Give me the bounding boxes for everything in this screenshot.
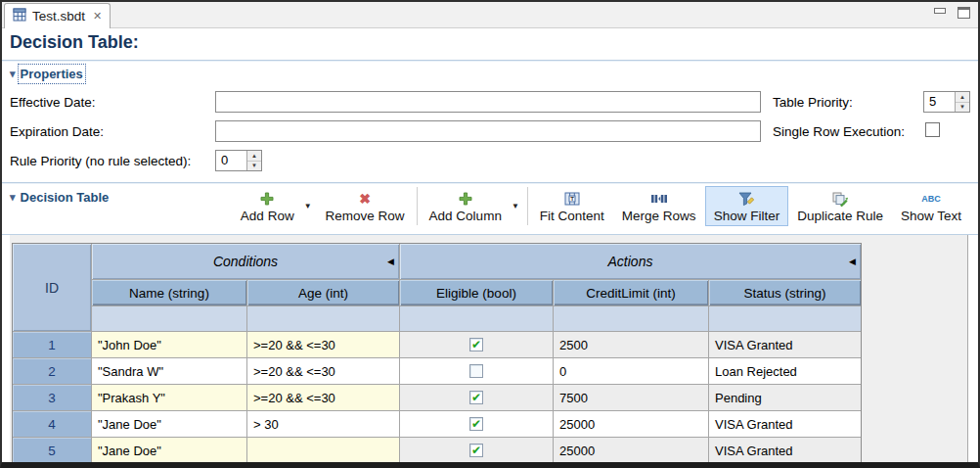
add-plus-icon: [260, 190, 274, 208]
cell-age[interactable]: >=20 && <=30: [247, 385, 399, 410]
column-header-creditlimit[interactable]: CreditLimit (int): [554, 280, 708, 305]
filter-cell[interactable]: [247, 306, 399, 331]
rule-priority-label: Rule Priority (no rule selected):: [10, 154, 191, 168]
fit-content-button[interactable]: T Fit Content: [531, 186, 613, 226]
show-text-button[interactable]: ABC Show Text: [892, 186, 970, 226]
effective-date-field[interactable]: [215, 91, 761, 113]
fit-content-label: Fit Content: [540, 209, 604, 223]
cell-status[interactable]: Pending: [709, 385, 861, 410]
eligible-checkbox[interactable]: [469, 364, 483, 378]
abc-text-icon: ABC: [921, 190, 941, 208]
cell-name[interactable]: "John Doe": [92, 332, 246, 357]
duplicate-rule-label: Duplicate Rule: [797, 209, 883, 223]
column-header-age[interactable]: Age (int): [247, 280, 399, 305]
cell-creditlimit[interactable]: 25000: [554, 411, 708, 437]
table-priority-spinner[interactable]: 5 ▲ ▼: [923, 91, 970, 113]
rule-priority-spinner[interactable]: 0 ▲ ▼: [215, 150, 262, 171]
close-icon[interactable]: ✕: [91, 10, 102, 23]
table-priority-value[interactable]: 5: [924, 92, 955, 112]
cell-name[interactable]: "Prakash Y": [92, 385, 246, 410]
twistie-icon[interactable]: ▾: [10, 68, 16, 80]
view-controls: [934, 7, 970, 19]
expiration-date-field[interactable]: [215, 120, 761, 142]
collapse-left-icon[interactable]: ◀: [849, 257, 856, 266]
cell-name[interactable]: "Jane Doe": [92, 438, 246, 462]
eligible-checkbox[interactable]: [469, 391, 483, 404]
cell-eligible: [400, 411, 553, 437]
chevron-down-icon[interactable]: ▼: [303, 202, 317, 211]
cell-age[interactable]: >=20 && <=30: [247, 358, 399, 384]
spinner-up-icon[interactable]: ▲: [247, 151, 261, 162]
show-filter-label: Show Filter: [714, 209, 780, 223]
editor-window: Test.sbdt ✕ Decision Table: ▾ Properties…: [0, 0, 980, 468]
cell-age[interactable]: > 30: [247, 411, 399, 437]
cell-name[interactable]: "Sandra W": [92, 358, 246, 384]
cell-status[interactable]: VISA Granted: [709, 411, 861, 437]
cell-status[interactable]: Loan Rejected: [709, 358, 861, 384]
filter-cell[interactable]: [709, 306, 861, 331]
eligible-checkbox[interactable]: [469, 444, 483, 457]
add-column-button[interactable]: Add Column: [421, 186, 511, 226]
eligible-checkbox[interactable]: [469, 417, 483, 431]
conditions-group-header[interactable]: Conditions ◀: [92, 244, 399, 279]
actions-group-label: Actions: [608, 254, 653, 269]
row-id[interactable]: 1: [13, 332, 91, 357]
chevron-down-icon[interactable]: ▼: [511, 202, 524, 211]
cell-eligible: [400, 332, 553, 357]
duplicate-icon: [832, 190, 848, 208]
merge-rows-button[interactable]: Merge Rows: [613, 186, 705, 226]
rule-priority-value[interactable]: 0: [216, 151, 246, 170]
spinner-down-icon[interactable]: ▼: [247, 162, 261, 171]
cell-status[interactable]: VISA Granted: [709, 438, 861, 462]
id-column-header[interactable]: ID: [13, 244, 91, 331]
twistie-icon[interactable]: ▾: [10, 191, 16, 204]
column-header-name[interactable]: Name (string): [92, 280, 246, 305]
column-header-eligible[interactable]: Eligible (bool): [400, 280, 553, 305]
actions-group-header[interactable]: Actions ◀: [400, 244, 861, 279]
decision-table-header[interactable]: ▾ Decision Table: [10, 190, 109, 205]
add-plus-icon: [459, 190, 472, 208]
decision-table-section-label: Decision Table: [21, 190, 110, 205]
properties-section-header[interactable]: ▾ Properties: [10, 67, 83, 81]
collapse-left-icon[interactable]: ◀: [387, 257, 394, 266]
row-id[interactable]: 2: [13, 358, 91, 384]
conditions-group-label: Conditions: [213, 254, 278, 269]
eligible-checkbox[interactable]: [469, 338, 483, 351]
section-separator: [2, 60, 978, 62]
expiration-date-label: Expiration Date:: [10, 124, 104, 139]
cell-status[interactable]: VISA Granted: [709, 332, 861, 357]
spinner-down-icon[interactable]: ▼: [956, 103, 969, 113]
cell-creditlimit[interactable]: 25000: [554, 438, 708, 462]
tab-title: Test.sbdt: [32, 9, 85, 23]
single-row-execution-checkbox[interactable]: [925, 122, 940, 137]
add-row-button[interactable]: Add Row: [232, 186, 303, 226]
row-id[interactable]: 3: [13, 385, 91, 410]
cell-creditlimit[interactable]: 7500: [554, 385, 708, 410]
tab-test-sbdt[interactable]: Test.sbdt ✕: [4, 3, 111, 28]
toolbar-separator: [417, 187, 418, 225]
filter-cell[interactable]: [554, 306, 708, 331]
column-header-status[interactable]: Status (string): [709, 280, 861, 305]
decision-table-viewport: ID Conditions ◀ Actions ◀ Name (string) …: [10, 235, 968, 462]
filter-cell[interactable]: [92, 306, 246, 331]
show-filter-button[interactable]: Show Filter: [705, 186, 789, 226]
cell-age[interactable]: >=20 && <=30: [247, 332, 399, 357]
filter-cell[interactable]: [400, 306, 553, 331]
cell-name[interactable]: "Jane Doe": [92, 411, 246, 437]
cell-creditlimit[interactable]: 0: [554, 358, 708, 384]
properties-section-label: Properties: [21, 67, 83, 81]
decision-table-grid: ID Conditions ◀ Actions ◀ Name (string) …: [12, 243, 862, 462]
merge-rows-icon: [650, 190, 668, 208]
maximize-icon[interactable]: [958, 7, 970, 19]
minimize-icon[interactable]: [934, 8, 946, 14]
duplicate-rule-button[interactable]: Duplicate Rule: [788, 186, 892, 226]
remove-row-button[interactable]: ✖ Remove Row: [317, 186, 414, 226]
row-id[interactable]: 5: [13, 438, 91, 462]
cell-creditlimit[interactable]: 2500: [554, 332, 708, 357]
cell-age[interactable]: [247, 438, 399, 462]
spinner-up-icon[interactable]: ▲: [956, 92, 969, 103]
cell-eligible: [400, 358, 553, 384]
svg-text:T: T: [570, 196, 574, 202]
row-id[interactable]: 4: [13, 411, 91, 437]
page-title: Decision Table:: [10, 32, 139, 53]
